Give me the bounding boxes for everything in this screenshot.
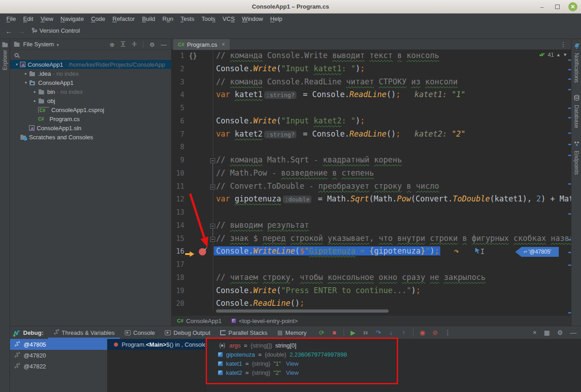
occurrence-mark[interactable] [568,108,571,109]
code-line-15[interactable]: 15// знак $ перед строкой указывает, что… [172,233,571,246]
step-over-icon[interactable]: ↷ [373,328,384,338]
tool-window-button-endpoints[interactable]: Endpoints [571,140,581,175]
tree-item--idea[interactable]: ▸.idea· no index [10,69,171,78]
explorer-tool-button[interactable]: Explorer [0,42,10,70]
debug-tab-console[interactable]: ▶Console [120,326,160,339]
variable-row-katet2[interactable]: katet2={string}"2"View [206,368,581,377]
layout-settings-icon[interactable]: ▦ [544,329,550,336]
forward-icon[interactable]: → [18,27,25,35]
tree-item-bin[interactable]: ▸bin· no index [10,87,171,96]
occurrence-mark[interactable] [568,239,571,240]
thread-row-47805[interactable]: ∿∿@47805 [10,339,107,350]
tree-item-consoleapp1[interactable]: ▾ConsoleApp1 [10,78,171,87]
step-into-icon[interactable]: ↓ [386,328,397,338]
view-breakpoints-icon[interactable]: ◉ [417,328,428,338]
variable-row-args[interactable]: (●)args={string[]}string[0] [206,341,581,350]
menu-navigate[interactable]: Navigate [57,15,87,22]
debug-tab-memory[interactable]: ▤Memory [272,326,311,339]
fold-marker-icon[interactable] [210,224,215,229]
tree-item-consoleapp1-csproj[interactable]: C#ConsoleApp1.csproj [10,105,171,114]
fold-marker-icon[interactable] [210,237,215,242]
tab-options-icon[interactable]: ⋮ [560,41,566,48]
minimize-panel-icon[interactable]: — [570,329,576,336]
menu-file[interactable]: File [3,15,20,22]
close-panel-icon[interactable]: × [533,329,537,336]
tab-program-cs[interactable]: C# Program.cs × [173,39,230,50]
tree-item-scratches-and-consoles[interactable]: Scratches and Consoles [10,132,171,142]
code-line-6[interactable]: 6Console.Write("Input katet2: "); [172,115,571,128]
version-control-button[interactable]: Version Control [32,27,80,34]
code-line-8[interactable]: 8 [172,141,571,154]
step-out-icon[interactable]: ↑ [399,328,409,338]
code-line-10[interactable]: 10// Math.Pow - возведение в степень [172,167,571,181]
menu-run[interactable]: Run [159,15,177,22]
jump-to-position-icon[interactable]: ↷ [454,246,459,256]
next-problem-icon[interactable]: ▼ [563,52,567,57]
view-link[interactable]: View [286,369,299,376]
menu-build[interactable]: Build [138,15,159,22]
menu-tools[interactable]: Tools [198,15,219,22]
close-button[interactable]: ✕ [568,2,577,11]
occurrence-mark[interactable] [568,265,571,266]
fold-marker-icon[interactable] [210,185,215,190]
tree-item-program-cs[interactable]: C#Program.cs [10,114,171,123]
fold-marker-icon[interactable] [210,158,215,163]
debug-settings-gear-icon[interactable]: ⚙ [557,329,563,336]
code-line-13[interactable]: 13 [172,206,571,220]
thread-row-47820[interactable]: ∿∿@47820 [10,350,107,361]
occurrence-mark[interactable] [568,132,571,134]
occurrence-mark[interactable] [568,183,571,185]
code-line-20[interactable]: 20Console.ReadLine(); [172,298,571,311]
chevron-down-icon[interactable]: ▾ [14,62,20,67]
stop-icon[interactable]: ■ [329,328,340,338]
code-line-14[interactable]: 14// выводим результат [172,220,571,233]
thread-row-47822[interactable]: ∿∿@47822 [10,361,107,372]
resume-icon[interactable]: ▶ [348,328,359,338]
chevron-right-icon[interactable]: ▸ [32,89,38,94]
occurrence-mark[interactable] [568,59,571,61]
menu-refactor[interactable]: Refactor [109,15,138,22]
rerun-icon[interactable]: ⟳ [316,328,327,338]
code-line-17[interactable]: 17 [172,259,571,272]
debug-more-icon[interactable]: ⋮ [443,328,453,338]
code-line-18[interactable]: 18// читаем строку, чтобы консольное окн… [172,272,571,285]
collapse-all-icon[interactable] [132,41,137,48]
occurrence-mark[interactable] [568,155,571,156]
prev-problem-icon[interactable]: ▲ [556,52,561,57]
occurrence-mark[interactable] [568,78,571,80]
variable-row-gipotenuza[interactable]: gipotenuza={double}2.2360679774997898 [206,350,581,359]
menu-code[interactable]: Code [88,15,109,22]
occurrence-mark[interactable] [568,252,571,253]
stack-frame-row[interactable]: Program.<Main>$() in , Console [108,339,205,350]
menu-tests[interactable]: Tests [177,15,198,22]
view-link[interactable]: View [286,360,299,367]
debug-tab-parallel-stacks[interactable]: Parallel Stacks [215,326,272,339]
menu-view[interactable]: View [37,15,57,22]
mute-breakpoints-icon[interactable]: ⊘ [430,328,441,338]
code-line-5[interactable]: 5 [172,102,571,115]
code-line-9[interactable]: 9// команда Math.Sqrt - квадратный корен… [172,154,571,167]
panel-settings-gear-icon[interactable]: ⚙ [149,41,155,48]
hide-panel-icon[interactable]: — [161,41,167,48]
code-line-11[interactable]: 11// Convert.ToDouble - преобразует стро… [172,181,571,194]
tool-window-button-database[interactable]: Database [571,94,581,128]
expand-all-icon[interactable] [120,41,126,48]
code-line-3[interactable]: 3// команда Console.ReadLine читает СТРО… [172,76,571,89]
code-line-4[interactable]: 4var katet1:string? = Console.ReadLine()… [172,89,571,102]
code-line-1[interactable]: 1{}// команда Console.Write выводит текс… [172,50,571,63]
occurrence-mark[interactable] [568,312,571,314]
horizontal-scrollbar[interactable] [216,309,389,313]
breadcrumb-project[interactable]: C# ConsoleApp1 [177,318,222,324]
variable-row-katet1[interactable]: katet1={string}"1"View [206,359,581,368]
tree-item-obj[interactable]: ▸obj [10,96,171,105]
locate-file-icon[interactable]: ⊕ [109,41,114,48]
code-line-2[interactable]: 2Console.Write("Input katet1: "); [172,63,571,76]
pause-icon[interactable]: ▮▮ [360,328,371,338]
chevron-down-icon[interactable]: ▾ [23,80,29,85]
chevron-right-icon[interactable]: ▸ [23,71,29,76]
tree-item-consoleapp1-sln[interactable]: ConsoleApp1.sln [10,123,171,132]
menu-help[interactable]: Help [266,15,286,22]
code-line-12[interactable]: 12var gipotenuza:double = Math.Sqrt(Math… [172,193,571,206]
occurrence-mark[interactable] [568,117,571,118]
tool-window-button-notifications[interactable]: Notifications [571,43,581,83]
